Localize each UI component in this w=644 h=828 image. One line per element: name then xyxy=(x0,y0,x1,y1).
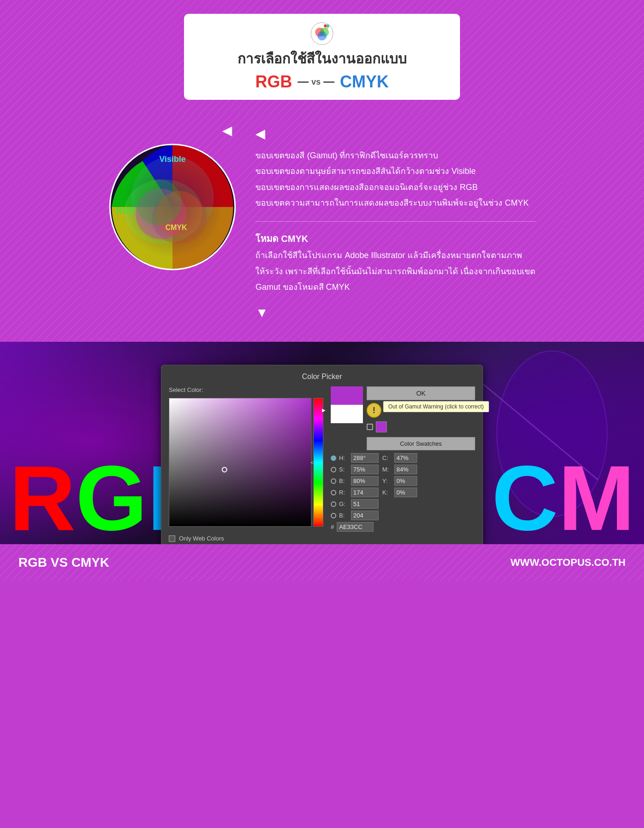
cmyk-text-block: โหมด CMYK ถ้าเลือกใช้สีในโปรแกรม Adobe I… xyxy=(255,231,535,294)
letter-g: G xyxy=(75,452,147,544)
only-web-colors-row: Only Web Colors xyxy=(169,535,323,542)
color-picker-dialog: Color Picker Select Color: ◁ ▶ xyxy=(161,365,483,544)
hash-label: # xyxy=(331,523,334,530)
field-row-h: H: xyxy=(331,453,379,463)
field-row-r: R: xyxy=(331,488,379,497)
svg-point-6 xyxy=(324,24,327,27)
svg-point-5 xyxy=(327,24,329,27)
field-row-s: S: xyxy=(331,465,379,474)
color-wheel-svg: Visible RGB CMYK xyxy=(108,143,237,271)
gamut-line2: ขอบเขตของตามนุษย์สามารถของสีสันได้กว้างต… xyxy=(255,164,535,178)
field-row-m: M: xyxy=(382,465,417,474)
b2-label: B: xyxy=(339,512,348,519)
select-color-label: Select Color: xyxy=(169,386,323,393)
r-input[interactable] xyxy=(351,488,379,497)
page-title: การเลือกใช้สีในงานออกแบบ xyxy=(202,48,442,69)
y-label: Y: xyxy=(382,477,391,484)
ok-button[interactable]: OK xyxy=(367,386,475,400)
hex-input[interactable] xyxy=(337,522,374,532)
gradient-picker[interactable]: ◁ xyxy=(169,398,311,527)
b-input[interactable] xyxy=(351,476,379,486)
cmyk-col-fields: C: M: Y: xyxy=(382,453,417,532)
letter-c: C xyxy=(492,452,558,544)
radio-b2[interactable] xyxy=(331,513,336,518)
h-label: H: xyxy=(339,454,348,461)
k-label: K: xyxy=(382,489,391,496)
gamut-line1: ขอบเขตของสี (Gamut) ที่กราฟิกดีไซเนอร์คว… xyxy=(255,149,535,163)
c-input[interactable] xyxy=(394,453,417,463)
preview-bottom-color xyxy=(331,405,363,423)
radio-s[interactable] xyxy=(331,467,336,472)
svg-text:Visible: Visible xyxy=(160,155,186,164)
picker-cursor xyxy=(222,467,227,472)
field-row-hex: # xyxy=(331,522,379,532)
bottom-right-text: WWW.OCTOPUS.CO.TH xyxy=(511,557,626,569)
field-row-y: Y: xyxy=(382,476,417,486)
right-text: ◀ ขอบเขตของสี (Gamut) ที่กราฟิกดีไซเนอร์… xyxy=(255,123,535,323)
only-web-label: Only Web Colors xyxy=(179,535,224,542)
arrow-left-icon: ◀ xyxy=(222,123,237,138)
content-area: ◀ xyxy=(80,114,563,337)
field-row-g: G: xyxy=(331,499,379,509)
h-input[interactable] xyxy=(351,453,379,463)
radio-h[interactable] xyxy=(331,455,336,461)
cmyk-label: CMYK xyxy=(340,72,389,92)
b-label: B: xyxy=(339,477,348,484)
right-panel: OK ! Out of Gamut Warning (click to corr… xyxy=(331,386,475,542)
big-cmyk-letters: C M xyxy=(492,452,635,544)
preview-top-color xyxy=(331,386,363,405)
left-panel: Select Color: ◁ ▶ Only Web Colors xyxy=(169,386,323,542)
arrow-down-icon: ▼ xyxy=(255,302,535,324)
cmyk-line2: ให้ระวัง เพราะสีที่เลือกใช้นั้นมันไม่สาม… xyxy=(255,264,535,279)
gamut-warning-icon[interactable]: ! xyxy=(367,403,381,418)
vs-label: vs xyxy=(298,77,334,87)
gamut-line4: ขอบเขตความสามารถในการแสดงผลของสีระบบงานพ… xyxy=(255,196,535,210)
hue-arrow: ▶ xyxy=(322,408,326,413)
radio-g[interactable] xyxy=(331,501,336,507)
g-input[interactable] xyxy=(351,499,379,509)
dialog-body: Select Color: ◁ ▶ Only Web Colors xyxy=(169,386,475,542)
radio-b[interactable] xyxy=(331,478,336,484)
field-row-k: K: xyxy=(382,488,417,497)
svg-point-14 xyxy=(136,179,182,225)
cmyk-line3: Gamut ของโหมดสี CMYK xyxy=(255,280,535,294)
cmyk-line1: ถ้าเลือกใช้สีในโปรแกรม Adobe Illustrator… xyxy=(255,248,535,263)
field-row-b2: B: xyxy=(331,511,379,520)
rgb-label: RGB xyxy=(255,72,292,92)
y-input[interactable] xyxy=(394,476,417,486)
strip-container: ▶ xyxy=(313,398,323,527)
m-input[interactable] xyxy=(394,465,417,474)
bottom-bar: RGB VS CMYK WWW.OCTOPUS.CO.TH xyxy=(0,544,644,581)
logo-icon xyxy=(310,22,334,45)
svg-text:CMYK: CMYK xyxy=(166,224,188,231)
top-section: การเลือกใช้สีในงานออกแบบ RGB vs CMYK ◀ xyxy=(0,0,644,342)
r-label: R: xyxy=(339,489,348,496)
dialog-title: Color Picker xyxy=(169,373,475,381)
color-swatches-button[interactable]: Color Swatches xyxy=(367,437,475,450)
header-box: การเลือกใช้สีในงานออกแบบ RGB vs CMYK xyxy=(184,14,460,100)
b2-input[interactable] xyxy=(351,511,379,520)
arrow-indicator: ◀ xyxy=(255,123,535,145)
s-input[interactable] xyxy=(351,465,379,474)
preview-small-color xyxy=(376,421,387,432)
photo-section: R G B C M Color Picker Select Color: ◁ xyxy=(0,342,644,544)
c-label: C: xyxy=(382,454,391,461)
svg-text:RGB: RGB xyxy=(116,207,135,216)
gamut-line3: ขอบเขตของการแสดงผลของสีออกจอมอนิเตอร์จะอ… xyxy=(255,180,535,195)
warning-container: ! Out of Gamut Warning (click to correct… xyxy=(367,403,475,418)
hue-strip[interactable]: ▶ xyxy=(313,398,323,527)
k-input[interactable] xyxy=(394,488,417,497)
gamut-correction-checkbox[interactable] xyxy=(367,424,373,430)
color-wheel-container: Visible RGB CMYK xyxy=(108,143,237,271)
s-label: S: xyxy=(339,466,348,473)
color-fields: H: S: B: xyxy=(331,453,475,532)
g-label: G: xyxy=(339,500,348,507)
header-subtitle: RGB vs CMYK xyxy=(202,72,442,92)
warning-tooltip[interactable]: Out of Gamut Warning (click to correct) xyxy=(383,401,489,412)
svg-point-3 xyxy=(317,31,327,40)
gamut-text-block: ขอบเขตของสี (Gamut) ที่กราฟิกดีไซเนอร์คว… xyxy=(255,149,535,222)
radio-r[interactable] xyxy=(331,490,336,495)
cmyk-mode-heading: โหมด CMYK xyxy=(255,231,535,247)
letter-m: M xyxy=(558,452,635,544)
only-web-checkbox[interactable] xyxy=(169,535,175,542)
